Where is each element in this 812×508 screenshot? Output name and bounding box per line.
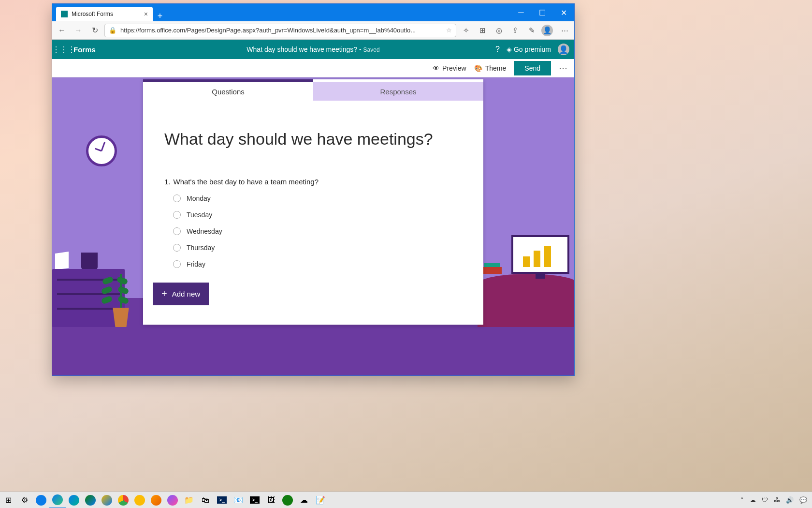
user-avatar[interactable]: 👤 <box>558 44 569 55</box>
theme-label: Theme <box>485 64 507 72</box>
browser-menu-icon[interactable]: ⋯ <box>558 26 571 35</box>
share-icon[interactable]: ⇪ <box>508 26 522 35</box>
windows-taskbar: ⊞ ⚙ 📁 🛍 >_ 📧 >_ 🖼 ☁ 📝 ˄ ☁ 🛡 🖧 🔊 💬 <box>0 492 812 508</box>
help-icon[interactable]: ? <box>495 45 500 54</box>
taskbar-app-edge-canary[interactable] <box>99 492 115 508</box>
browser-tab[interactable]: Microsoft Forms × <box>56 7 153 21</box>
preview-label: Preview <box>442 64 466 72</box>
new-tab-button[interactable]: + <box>153 11 167 21</box>
send-button[interactable]: Send <box>514 61 551 75</box>
option-row[interactable]: Tuesday <box>173 211 462 219</box>
taskbar-app-edge-beta[interactable] <box>66 492 82 508</box>
forms-app-bar: ⋮⋮⋮ Forms What day should we have meetin… <box>52 40 574 59</box>
taskbar-app-mail[interactable]: 📧 <box>230 492 246 508</box>
command-bar: 👁 Preview 🎨 Theme Send ⋯ <box>52 59 574 77</box>
taskbar-app-onedrive[interactable]: ☁ <box>296 492 312 508</box>
plus-icon: + <box>161 288 167 299</box>
monitor-illustration <box>511 235 569 274</box>
doc-title-text: What day should we have meetings? <box>246 45 357 53</box>
refresh-button[interactable]: ↻ <box>88 26 102 35</box>
eye-icon: 👁 <box>433 64 439 72</box>
option-label: Friday <box>187 260 205 268</box>
waffle-icon[interactable]: ⋮⋮⋮ <box>52 45 72 54</box>
start-button[interactable]: ⊞ <box>0 492 16 508</box>
app-name[interactable]: Forms <box>73 45 96 54</box>
form-title[interactable]: What day should we have meetings? <box>164 130 462 149</box>
preview-button[interactable]: 👁 Preview <box>433 64 466 72</box>
theme-button[interactable]: 🎨 Theme <box>474 64 507 72</box>
option-label: Monday <box>187 194 211 202</box>
add-new-label: Add new <box>172 290 200 298</box>
window-controls: ─ ☐ ✕ <box>510 4 574 21</box>
maximize-button[interactable]: ☐ <box>532 4 553 21</box>
titlebar: Microsoft Forms × + ─ ☐ ✕ <box>52 4 574 21</box>
taskbar-app-chrome-canary[interactable] <box>131 492 148 508</box>
settings-icon[interactable]: ⚙ <box>16 492 33 508</box>
taskbar-app-edge[interactable] <box>49 492 66 508</box>
form-tabs: Questions Responses <box>143 82 483 101</box>
tab-close-icon[interactable]: × <box>144 10 148 18</box>
tab-responses[interactable]: Responses <box>313 82 483 101</box>
extension1-icon[interactable]: ◎ <box>492 26 506 35</box>
tab-title: Microsoft Forms <box>72 11 140 17</box>
radio-icon <box>173 227 181 235</box>
question-block[interactable]: 1. What's the best day to have a team me… <box>164 178 462 268</box>
more-options-icon[interactable]: ⋯ <box>559 63 568 74</box>
go-premium-button[interactable]: ◈ Go premium <box>507 45 551 53</box>
tray-onedrive-icon[interactable]: ☁ <box>750 496 756 504</box>
taskbar-app-powershell[interactable]: >_ <box>214 492 230 508</box>
taskbar-app-edge-dev[interactable] <box>82 492 99 508</box>
form-canvas: Questions Responses What day should we h… <box>52 77 574 375</box>
back-button[interactable]: ← <box>55 26 69 35</box>
options-list: Monday Tuesday Wednesday Thursday Friday <box>173 194 462 268</box>
lock-icon: 🔒 <box>109 27 116 34</box>
tray-security-icon[interactable]: 🛡 <box>762 496 768 504</box>
taskbar-app-phone[interactable] <box>33 492 49 508</box>
tray-chevron-icon[interactable]: ˄ <box>740 496 744 504</box>
forward-button[interactable]: → <box>72 26 85 35</box>
saved-label: Saved <box>363 46 380 53</box>
option-row[interactable]: Monday <box>173 194 462 202</box>
option-row[interactable]: Thursday <box>173 244 462 252</box>
option-row[interactable]: Wednesday <box>173 227 462 235</box>
option-row[interactable]: Friday <box>173 260 462 268</box>
extension2-icon[interactable]: ✎ <box>525 26 538 35</box>
taskbar-app-explorer[interactable]: 📁 <box>181 492 197 508</box>
taskbar-app-store[interactable]: 🛍 <box>197 492 214 508</box>
radio-icon <box>173 244 181 252</box>
browser-window: Microsoft Forms × + ─ ☐ ✕ ← → ↻ 🔒 https:… <box>52 3 575 376</box>
palette-icon: 🎨 <box>474 64 482 72</box>
taskbar-app-photos[interactable]: 🖼 <box>263 492 279 508</box>
clock-illustration <box>86 135 117 166</box>
radio-icon <box>173 211 181 219</box>
favorites-icon[interactable]: ✧ <box>459 26 473 35</box>
address-bar-row: ← → ↻ 🔒 https://forms.office.com/Pages/D… <box>52 21 574 40</box>
taskbar-app-firefox-dev[interactable] <box>164 492 181 508</box>
tray-network-icon[interactable]: 🖧 <box>774 496 780 504</box>
address-bar[interactable]: 🔒 https://forms.office.com/Pages/DesignP… <box>104 24 456 37</box>
option-label: Thursday <box>187 244 215 252</box>
star-icon[interactable]: ☆ <box>446 27 452 34</box>
profile-avatar[interactable]: 👤 <box>541 25 555 36</box>
tab-questions[interactable]: Questions <box>143 82 313 101</box>
taskbar-app-chrome[interactable] <box>115 492 131 508</box>
collections-icon[interactable]: ⊞ <box>476 26 489 35</box>
document-title: What day should we have meetings? - Save… <box>246 45 379 53</box>
minimize-button[interactable]: ─ <box>510 4 532 21</box>
taskbar-app-notepad[interactable]: 📝 <box>312 492 329 508</box>
radio-icon <box>173 260 181 268</box>
option-label: Tuesday <box>187 211 212 219</box>
close-window-button[interactable]: ✕ <box>553 4 574 21</box>
radio-icon <box>173 194 181 202</box>
tray-notifications-icon[interactable]: 💬 <box>799 496 807 504</box>
add-new-button[interactable]: + Add new <box>153 283 209 305</box>
tray-volume-icon[interactable]: 🔊 <box>786 496 794 504</box>
system-tray: ˄ ☁ 🛡 🖧 🔊 💬 <box>736 496 812 504</box>
question-number: 1. <box>164 178 171 186</box>
option-label: Wednesday <box>187 227 222 235</box>
taskbar-app-xbox[interactable] <box>279 492 296 508</box>
taskbar-app-terminal[interactable]: >_ <box>246 492 263 508</box>
forms-favicon <box>61 11 68 17</box>
taskbar-app-firefox[interactable] <box>148 492 164 508</box>
form-card: Questions Responses What day should we h… <box>143 79 483 325</box>
